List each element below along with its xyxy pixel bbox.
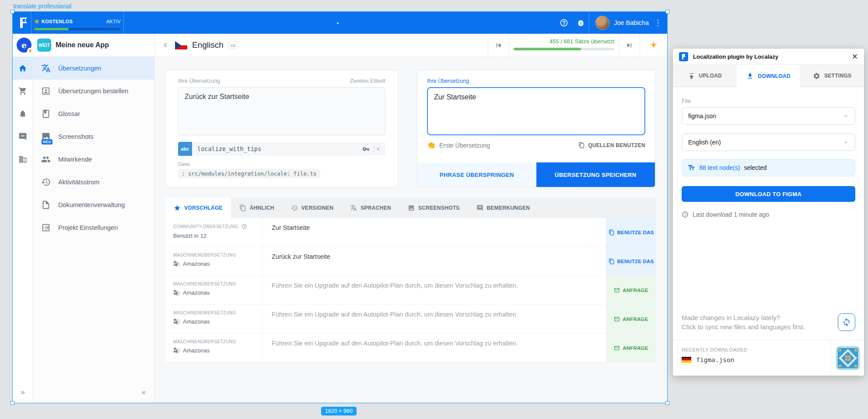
recently-downloaded[interactable]: RECENTLY DOWNLOADED figma.json <box>673 340 831 376</box>
rail-cart-icon[interactable] <box>13 80 32 102</box>
star-icon <box>174 204 181 211</box>
rail-home-icon[interactable] <box>13 57 32 80</box>
clap-emoji-icon: 👏 <box>427 141 436 149</box>
suggestion-row: MASCHINENÜBERSETZUNG Amazonas Zurück zur… <box>165 247 656 276</box>
use-suggestion-button[interactable]: BENUTZE DAS <box>606 247 656 275</box>
back-icon[interactable] <box>161 41 170 49</box>
sidebar-item-uebersetzungen-bestellen[interactable]: Übersetzungen bestellen <box>33 80 154 102</box>
source-panel: Ihre Übersetzung Zweites Etikett Zurück … <box>165 70 398 187</box>
sidebar-item-screenshots[interactable]: NEU Screenshots <box>33 125 154 148</box>
app-frame: ☀ KOSTENLOS AKTIV Joe Babicha ⋮ <box>13 12 667 403</box>
history-icon <box>41 177 51 187</box>
czech-flag-icon[interactable] <box>175 41 187 49</box>
user-avatar[interactable] <box>595 16 609 30</box>
request-suggestion-button[interactable]: ANFRAGE <box>606 334 656 362</box>
sync-button[interactable] <box>838 313 855 331</box>
tab-vorschlaege[interactable]: VORSCHLÄGE <box>165 198 231 218</box>
copy-icon <box>239 204 246 211</box>
chevron-down-icon <box>843 113 849 119</box>
german-flag-icon <box>682 357 691 363</box>
rail-notifications-icon[interactable] <box>13 102 32 125</box>
skip-phrase-button[interactable]: PHRASE ÜBERSPRINGEN <box>417 162 536 187</box>
request-suggestion-button[interactable]: ANFRAGE <box>606 276 656 304</box>
tab-sprachen[interactable]: SPRACHEN <box>342 198 399 218</box>
translation-input[interactable]: Zur Startseite <box>427 87 645 135</box>
sidebar-item-uebersetzungen[interactable]: Übersetzungen <box>33 57 154 80</box>
skip-next-icon[interactable] <box>619 34 640 57</box>
collapse-key-icon[interactable]: ‹ <box>374 145 382 153</box>
localazy-plugin-panel: Localization plugin by Localazy ✕ UPLOAD… <box>673 49 864 376</box>
target-label: Ihre Übersetzung <box>427 78 645 84</box>
plugin-tab-download[interactable]: DOWNLOAD <box>737 65 801 87</box>
plugin-tab-upload[interactable]: UPLOAD <box>673 65 737 87</box>
recent-file-name: figma.json <box>696 356 734 363</box>
mail-icon <box>614 287 620 293</box>
project-logo[interactable]: e ♕ <box>17 38 32 53</box>
suggestion-row: COMMUNITY-ÜBERSETZUNG Benutzt in 12 Zur … <box>165 218 656 247</box>
figma-json-preview-icon <box>836 346 860 370</box>
expand-rail-icon[interactable]: » <box>13 388 33 397</box>
sidebar-item-dokumentenverwaltung[interactable]: Dokumentenverwaltung <box>33 194 154 216</box>
plan-name: KOSTENLOS <box>42 19 73 24</box>
machine-translate-icon <box>173 318 180 325</box>
save-translation-button[interactable]: ÜBERSETZUNG SPEICHERN <box>536 162 655 187</box>
request-suggestion-button[interactable]: ANFRAGE <box>606 305 656 333</box>
help-icon[interactable] <box>556 12 572 34</box>
sidebar-item-label: Mitwirkende <box>58 156 92 163</box>
collapse-sidebar-icon[interactable]: « <box>142 388 146 397</box>
download-to-figma-button[interactable]: DOWNLOAD TO FIGMA <box>682 186 855 202</box>
suggestion-row: MASCHINENÜBERSETZUNG Amazonas Führen Sie… <box>165 334 656 363</box>
sidebar-item-projekt-einstellungen[interactable]: Projekt Einstellungen <box>33 216 154 239</box>
close-icon[interactable]: ✕ <box>852 53 858 60</box>
rail-chat-icon[interactable] <box>13 125 32 148</box>
copy-icon <box>609 258 615 264</box>
file-label: Datei <box>178 162 385 167</box>
use-suggestion-button[interactable]: BENUTZE DAS <box>606 218 656 246</box>
key-row: abc localize_with_tips ‹ <box>178 142 385 156</box>
localazy-logo-icon[interactable] <box>16 17 31 28</box>
selection-handle[interactable] <box>665 401 669 405</box>
toolbar: e ♕ WEIT Meine neue App Englisch cs <box>13 34 667 57</box>
user-name[interactable]: Joe Babicha <box>614 19 649 26</box>
plan-status[interactable]: ☀ KOSTENLOS AKTIV <box>34 16 121 30</box>
figma-frame-label[interactable]: translate professional <box>13 3 71 10</box>
sidebar-item-aktivitaetsstrom[interactable]: Aktivitätsstrom <box>33 171 154 194</box>
help-outline-icon[interactable] <box>242 224 247 229</box>
sidebar-item-label: Projekt Einstellungen <box>58 224 118 231</box>
translate-icon <box>41 63 51 73</box>
selection-info-chip: 88 text node(s) selected <box>682 159 855 176</box>
selection-handle[interactable] <box>10 10 14 14</box>
use-sources-button[interactable]: QUELLEN BENUTZEN <box>578 142 645 148</box>
selection-handle[interactable] <box>10 401 14 405</box>
selection-handle[interactable] <box>665 10 669 14</box>
bug-report-icon[interactable] <box>572 12 589 34</box>
rail-organization-icon[interactable] <box>13 148 32 171</box>
sidebar-item-glossar[interactable]: Glossar <box>33 102 154 125</box>
project-title: Meine neue App <box>56 41 109 49</box>
last-download-status: Last download 1 minute ago <box>682 211 855 218</box>
icon-rail: » <box>13 57 33 403</box>
tab-bemerkungen[interactable]: BEMERKUNGEN <box>468 198 539 218</box>
sidebar-item-mitwirkende[interactable]: Mitwirkende <box>33 148 154 171</box>
file-select[interactable]: figma.json <box>682 107 855 125</box>
tab-versionen[interactable]: VERSIONEN <box>283 198 342 218</box>
language-select[interactable]: English (en) <box>682 134 855 151</box>
more-menu-icon[interactable]: ⋮ <box>651 18 665 28</box>
favorite-star-icon[interactable] <box>640 34 667 57</box>
second-label: Zweites Etikett <box>350 78 385 84</box>
tab-screenshots[interactable]: SCREENSHOTS <box>399 198 468 218</box>
skip-previous-icon[interactable] <box>488 34 509 57</box>
document-icon <box>41 200 51 210</box>
key-icon[interactable] <box>362 145 370 153</box>
tab-aehnlich[interactable]: ÄHNLICH <box>231 198 283 218</box>
main-content: Ihre Übersetzung Zweites Etikett Zurück … <box>155 57 667 403</box>
file-label: File <box>682 98 855 104</box>
image-icon <box>408 204 415 211</box>
mail-icon <box>614 345 620 351</box>
history-icon <box>291 204 298 211</box>
target-panel: Ihre Übersetzung Zur Startseite 👏 Erste … <box>417 70 655 187</box>
source-label: Ihre Übersetzung <box>178 78 220 84</box>
comment-icon <box>476 204 483 211</box>
plugin-tab-settings[interactable]: SETTINGS <box>800 65 864 87</box>
language-name[interactable]: Englisch <box>192 40 224 50</box>
